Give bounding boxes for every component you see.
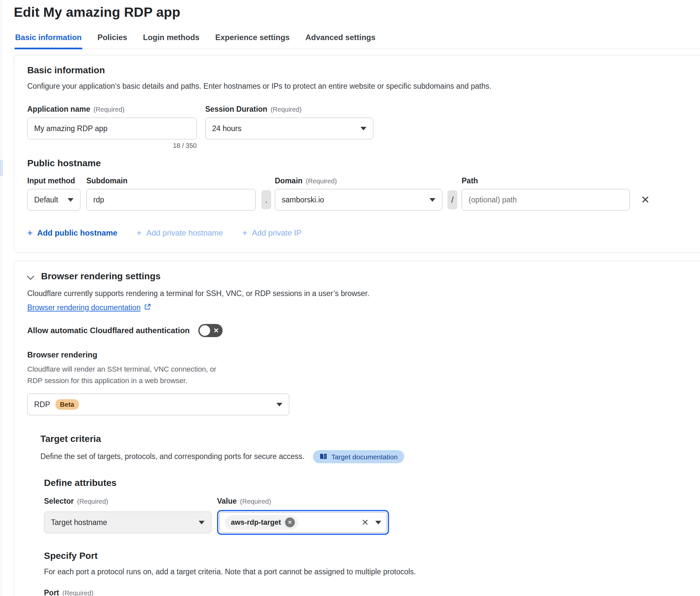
chevron-down-icon — [199, 521, 205, 524]
browser-rendering-settings-heading: Browser rendering settings — [41, 271, 160, 281]
selector-required-hint: (Required) — [77, 498, 108, 505]
session-duration-required-hint: (Required) — [270, 106, 302, 113]
selector-select[interactable]: Target hostname — [44, 512, 211, 533]
toggle-off-x-icon: ✕ — [213, 326, 219, 334]
port-label: Port — [44, 589, 59, 596]
plus-icon: + — [242, 228, 247, 238]
define-attributes-heading: Define attributes — [44, 478, 700, 488]
input-method-select[interactable]: Default — [27, 189, 80, 210]
selector-label: Selector — [44, 497, 74, 506]
add-public-hostname-button[interactable]: + Add public hostname — [27, 228, 117, 238]
selector-value: Target hostname — [51, 518, 107, 527]
browser-rendering-description: Cloudflare will render an SSH terminal, … — [27, 364, 224, 387]
tab-experience-settings[interactable]: Experience settings — [214, 33, 290, 49]
basic-information-card: Basic information Configure your applica… — [14, 55, 700, 252]
chevron-down-icon — [68, 198, 74, 202]
specify-port-heading: Specify Port — [44, 551, 700, 561]
public-hostname-labels: Input method Subdomain Domain (Required)… — [27, 176, 700, 186]
add-private-hostname-label: Add private hostname — [147, 228, 223, 238]
port-required-hint: (Required) — [62, 590, 93, 596]
cloudflared-auth-label: Allow automatic Cloudflared authenticati… — [27, 326, 190, 335]
basic-information-description: Configure your application’s basic detai… — [27, 81, 700, 92]
remove-hostname-close-icon[interactable]: ✕ — [640, 193, 651, 206]
browser-rendering-doc-link[interactable]: Browser rendering documentation — [27, 303, 140, 312]
application-name-input[interactable] — [27, 118, 197, 139]
subdomain-label: Subdomain — [86, 176, 127, 185]
tab-login-methods[interactable]: Login methods — [142, 33, 200, 49]
toggle-knob — [200, 325, 210, 336]
target-documentation-label: Target documentation — [331, 453, 397, 460]
tab-policies[interactable]: Policies — [97, 33, 128, 49]
domain-value: samborski.io — [282, 196, 324, 204]
define-attributes-section: Define attributes Selector (Required) Va… — [44, 478, 700, 596]
input-method-label: Input method — [27, 176, 75, 185]
value-multiselect[interactable]: aws-rdp-target ✕ ✕ — [217, 510, 389, 535]
application-name-char-count: 18 / 350 — [27, 142, 197, 149]
plus-icon: + — [27, 228, 32, 238]
left-edge-highlight — [0, 160, 3, 176]
public-hostname-row: Default . samborski.io / ✕ — [27, 189, 700, 210]
tag-remove-icon[interactable]: ✕ — [285, 518, 295, 527]
domain-required-hint: (Required) — [306, 177, 337, 185]
public-hostname-heading: Public hostname — [27, 158, 700, 169]
path-input[interactable] — [462, 189, 630, 210]
page-left-border — [1, 0, 1, 596]
tab-basic-information[interactable]: Basic information — [15, 33, 82, 49]
session-duration-label: Session Duration — [205, 105, 267, 114]
dot-separator: . — [261, 190, 271, 209]
browser-rendering-label: Browser rendering — [27, 350, 700, 359]
collapse-chevron-down-icon[interactable] — [27, 273, 34, 280]
input-method-value: Default — [34, 196, 58, 204]
domain-label: Domain — [275, 176, 303, 185]
main-content: Edit My amazing RDP app Basic informatio… — [14, 0, 700, 596]
add-public-hostname-label: Add public hostname — [37, 228, 117, 238]
application-name-label: Application name — [27, 105, 90, 114]
beta-badge: Beta — [55, 399, 79, 410]
value-label: Value — [217, 497, 237, 506]
add-private-ip-button[interactable]: + Add private IP — [242, 228, 302, 238]
domain-select[interactable]: samborski.io — [275, 189, 442, 210]
value-required-hint: (Required) — [240, 498, 271, 505]
cloudflared-auth-toggle[interactable]: ✕ — [198, 324, 223, 337]
page-title: Edit My amazing RDP app — [14, 5, 700, 20]
subdomain-input[interactable] — [86, 189, 256, 210]
external-link-icon — [144, 303, 151, 312]
browser-rendering-settings-description: Cloudflare currently supports rendering … — [27, 288, 700, 299]
chevron-down-icon — [361, 127, 366, 130]
browser-rendering-select[interactable]: RDP Beta — [27, 394, 289, 415]
add-private-hostname-button[interactable]: + Add private hostname — [136, 228, 223, 238]
session-duration-select[interactable]: 24 hours — [205, 118, 373, 139]
basic-information-heading: Basic information — [27, 65, 700, 76]
path-label: Path — [462, 176, 478, 185]
browser-rendering-value: RDP — [34, 400, 50, 409]
slash-separator: / — [447, 190, 457, 209]
browser-rendering-card: Browser rendering settings Cloudflare cu… — [14, 261, 700, 596]
add-private-ip-label: Add private IP — [252, 228, 302, 238]
hostname-actions: + Add public hostname + Add private host… — [27, 228, 700, 238]
specify-port-description: For each port a protocol runs on, add a … — [44, 566, 700, 577]
plus-icon: + — [136, 228, 141, 238]
tab-bar: Basic information Policies Login methods… — [14, 30, 700, 49]
chevron-down-icon — [430, 198, 435, 202]
target-documentation-badge[interactable]: Target documentation — [313, 450, 404, 463]
value-tag-label: aws-rdp-target — [231, 518, 281, 527]
session-duration-value: 24 hours — [212, 124, 242, 133]
target-criteria-section: Target criteria Define the set of target… — [41, 434, 700, 596]
chevron-down-icon — [277, 403, 282, 406]
book-icon — [319, 453, 327, 460]
tab-advanced-settings[interactable]: Advanced settings — [305, 33, 376, 49]
clear-value-icon[interactable]: ✕ — [362, 518, 369, 527]
value-tag: aws-rdp-target ✕ — [225, 515, 298, 530]
target-criteria-heading: Target criteria — [41, 434, 700, 444]
chevron-down-icon[interactable] — [375, 521, 381, 524]
application-name-required-hint: (Required) — [94, 106, 125, 113]
target-criteria-description: Define the set of targets, protocols, an… — [41, 451, 304, 462]
